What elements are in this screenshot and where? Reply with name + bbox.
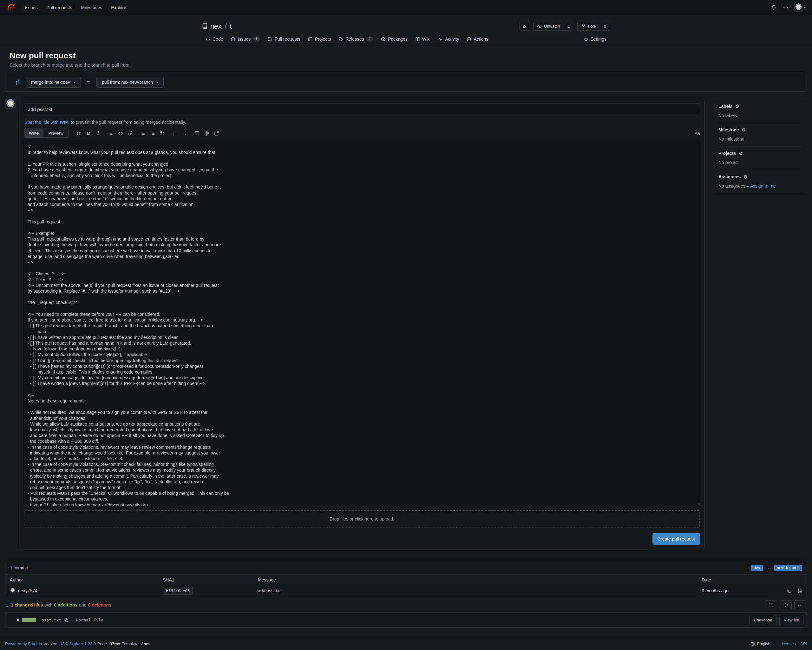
tab-pull-requests[interactable]: Pull requests xyxy=(264,33,304,45)
commit-author-avatar xyxy=(10,588,15,593)
chevron-down-icon: ▾ xyxy=(157,81,158,84)
create-pull-request-button[interactable]: Create pull request xyxy=(652,533,700,544)
watchers-count[interactable]: 1 xyxy=(564,22,574,31)
tab-pull-requests-label: Pull requests xyxy=(275,37,301,41)
copy-file-path-icon[interactable] xyxy=(64,618,69,622)
column-author: Author xyxy=(5,575,158,585)
repo-name-link[interactable]: t xyxy=(230,22,232,31)
repo-tab-bar: Code Issues 1 Pull requests xyxy=(202,33,610,45)
forgejo-logo-icon[interactable] xyxy=(6,3,15,12)
play-circle-icon xyxy=(467,37,471,41)
compare-direction-arrow-icon: ← ... xyxy=(86,79,92,86)
tab-settings[interactable]: ⚙ Settings xyxy=(580,33,610,45)
whitespace-options-button[interactable] xyxy=(765,601,777,609)
package-icon xyxy=(381,37,386,41)
tab-actions[interactable]: Actions xyxy=(463,33,492,45)
pr-description-textarea[interactable]: <!-- In order to help reviewers know wha… xyxy=(24,141,700,506)
tab-activity[interactable]: Activity xyxy=(434,33,463,45)
projects-gear-icon[interactable]: ⚙ xyxy=(739,151,743,156)
user-menu-dropdown[interactable]: ▾ xyxy=(794,3,806,12)
pull-from-label: pull from: nex:new-branch xyxy=(102,80,153,85)
repo-actions: Unwatch 1 Fork 0 xyxy=(520,21,610,31)
reference-button[interactable] xyxy=(212,129,221,138)
preview-tab[interactable]: Preview xyxy=(43,129,68,138)
changed-file-name[interactable]: psst.txt xyxy=(41,618,61,622)
tab-releases[interactable]: Releases 1 xyxy=(335,33,377,45)
base-branch-badge[interactable]: dev xyxy=(751,564,763,571)
nav-pull-requests[interactable]: Pull requests xyxy=(43,3,76,13)
assignees-gear-icon[interactable]: ⚙ xyxy=(743,174,748,179)
create-new-dropdown[interactable]: + ▾ xyxy=(782,4,789,11)
api-link[interactable]: API xyxy=(800,641,807,646)
tab-issues[interactable]: Issues 1 xyxy=(227,33,264,45)
tab-projects[interactable]: Projects xyxy=(304,33,335,45)
powered-by-link[interactable]: Powered by Forgejo xyxy=(5,641,42,646)
fork-label: Fork xyxy=(588,24,596,29)
labels-empty-text: No labels xyxy=(719,113,801,118)
heading-button[interactable]: H xyxy=(73,129,83,138)
head-branch-badge[interactable]: new-branch xyxy=(774,564,802,571)
tab-code-label: Code xyxy=(212,37,223,41)
milestone-gear-icon[interactable]: ⚙ xyxy=(742,127,746,132)
quote-button[interactable] xyxy=(105,129,116,138)
copy-sha-icon[interactable] xyxy=(787,589,792,593)
pull-from-branch-dropdown[interactable]: pull from: nex:new-branch ▾ xyxy=(96,77,164,87)
write-tab[interactable]: Write xyxy=(24,129,43,138)
rss-feed-button[interactable] xyxy=(520,21,530,31)
labels-gear-icon[interactable]: ⚙ xyxy=(735,104,739,109)
language-selector[interactable]: English xyxy=(751,641,775,646)
diff-more-options-button[interactable]: ⋯ xyxy=(794,601,806,609)
column-date: Date xyxy=(697,575,807,585)
tab-code[interactable]: Code xyxy=(202,33,227,45)
unordered-list-button[interactable] xyxy=(138,129,148,138)
italic-button[interactable]: I xyxy=(93,129,103,138)
issue-opened-icon xyxy=(230,37,235,41)
pr-title-input[interactable] xyxy=(24,104,700,115)
indent-button[interactable]: → xyxy=(180,129,189,138)
file-status-text: Normal file xyxy=(76,618,103,622)
task-list-button[interactable] xyxy=(157,129,167,138)
licenses-link[interactable]: Licenses xyxy=(780,641,796,646)
ordered-list-button[interactable] xyxy=(148,129,157,138)
nav-issues[interactable]: Issues xyxy=(21,3,41,13)
tab-wiki[interactable]: Wiki xyxy=(411,33,434,45)
table-button[interactable] xyxy=(192,129,202,138)
assignees-title: Assignees xyxy=(719,174,741,179)
nav-explore[interactable]: Explore xyxy=(107,3,130,13)
commit-sha-link[interactable]: b1dfc0ae06 xyxy=(163,587,193,595)
tab-packages[interactable]: Packages xyxy=(377,33,411,45)
unescape-button[interactable]: Unescape xyxy=(749,615,777,625)
mention-button[interactable]: @ xyxy=(202,129,212,138)
bold-button[interactable]: B xyxy=(83,129,93,138)
view-file-at-commit-icon[interactable] xyxy=(797,589,802,593)
notifications-bell-icon[interactable] xyxy=(771,5,777,10)
commit-date: 3 months ago xyxy=(702,588,729,593)
page-footer: Powered by Forgejo Version: 13.0.3+gitea… xyxy=(0,638,812,650)
nav-milestones[interactable]: Milestones xyxy=(77,3,106,13)
unwatch-button[interactable]: Unwatch xyxy=(534,22,564,31)
file-dropzone[interactable]: Drop files or click here to upload. xyxy=(24,510,700,528)
watch-button-group: Unwatch 1 xyxy=(533,21,574,31)
code-button[interactable] xyxy=(116,129,125,138)
book-icon xyxy=(415,37,420,41)
merge-into-branch-dropdown[interactable]: merge into: nex:dev ▾ xyxy=(26,77,81,87)
link-button[interactable] xyxy=(125,129,135,138)
version-link[interactable]: 13.0.3+gitea-1.22.0 xyxy=(60,641,95,646)
wip-hint-link[interactable]: Start the title with WIP: xyxy=(24,120,69,125)
forks-count[interactable]: 0 xyxy=(600,22,610,31)
language-label: English xyxy=(757,641,771,646)
split-view-button[interactable] xyxy=(780,601,792,609)
link-icon xyxy=(128,131,133,136)
fork-button[interactable]: Fork xyxy=(578,22,600,31)
assign-to-me-link[interactable]: Assign to me xyxy=(750,184,776,188)
project-board-icon xyxy=(308,37,313,41)
chevron-down-icon: ▾ xyxy=(74,81,75,84)
switch-editor-button[interactable]: Aa xyxy=(694,131,700,136)
view-file-button[interactable]: View file xyxy=(779,615,803,625)
commit-message[interactable]: add psst.txt xyxy=(258,588,281,593)
commit-author-name[interactable]: nexy7574 xyxy=(18,588,37,593)
outdent-button[interactable]: ← xyxy=(170,129,180,138)
tab-projects-label: Projects xyxy=(315,37,331,41)
projects-empty-text: No project xyxy=(719,160,801,165)
repo-owner-link[interactable]: nex xyxy=(210,22,221,31)
